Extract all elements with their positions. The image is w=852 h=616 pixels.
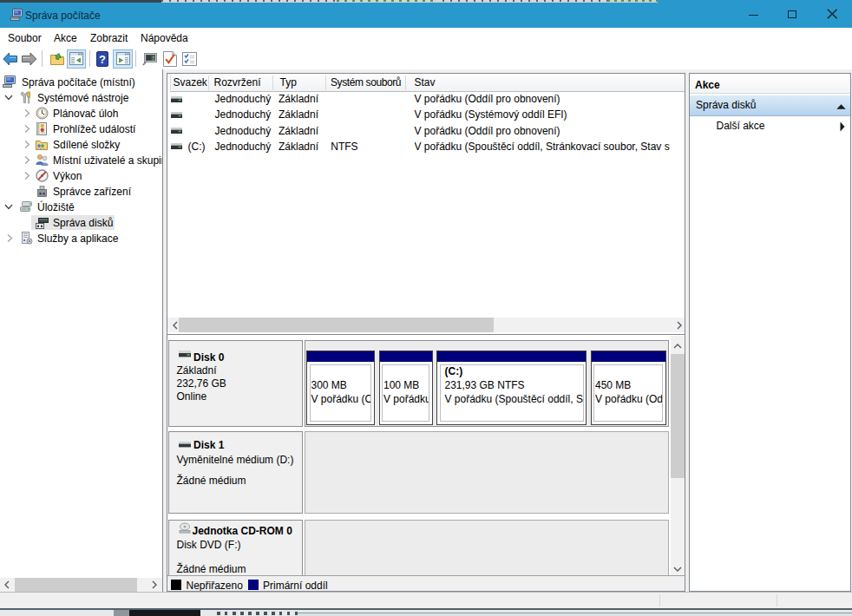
svg-text:?: ?	[99, 53, 106, 66]
